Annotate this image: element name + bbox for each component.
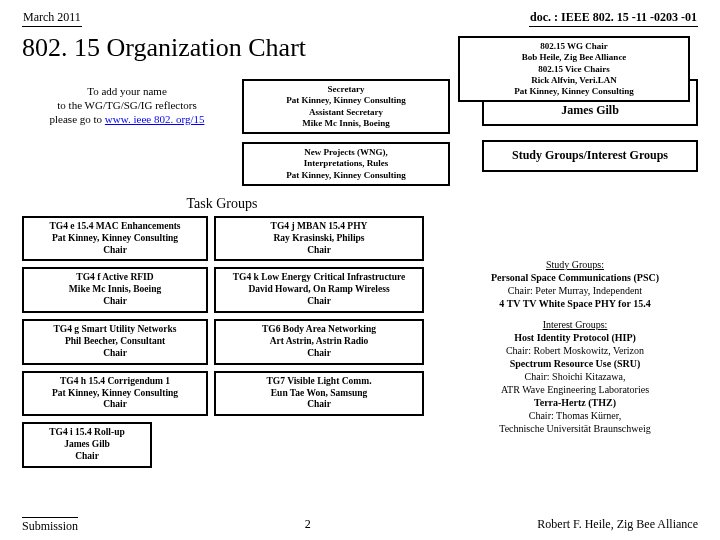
new-projects-box: New Projects (WNG), Interpretations, Rul… bbox=[242, 142, 450, 186]
wg-chair-box: 802.15 WG Chair Bob Heile, Zig Bee Allia… bbox=[458, 36, 690, 102]
secretary-box: Secretary Pat Kinney, Kinney Consulting … bbox=[242, 79, 450, 134]
reflector-link[interactable]: www. ieee 802. org/15 bbox=[105, 113, 205, 125]
study-interest-groups: Study Groups: Personal Space Communicati… bbox=[456, 258, 694, 435]
tg-col-right: TG4 j MBAN 15.4 PHYRay Krasinski, Philip… bbox=[214, 216, 424, 468]
footer-page: 2 bbox=[305, 517, 311, 534]
footer-right: Robert F. Heile, Zig Bee Alliance bbox=[537, 517, 698, 534]
tg-col-left: TG4 e 15.4 MAC EnhancementsPat Kinney, K… bbox=[22, 216, 208, 468]
header-doc: doc. : IEEE 802. 15 -11 -0203 -01 bbox=[529, 10, 698, 27]
task-groups-label: Task Groups bbox=[22, 196, 422, 212]
reflector-note: To add your name to the WG/TG/SG/IG refl… bbox=[22, 85, 232, 126]
footer-left: Submission bbox=[22, 517, 78, 534]
header-date: March 2011 bbox=[22, 10, 82, 27]
sg-ig-box: Study Groups/Interest Groups bbox=[482, 140, 698, 172]
